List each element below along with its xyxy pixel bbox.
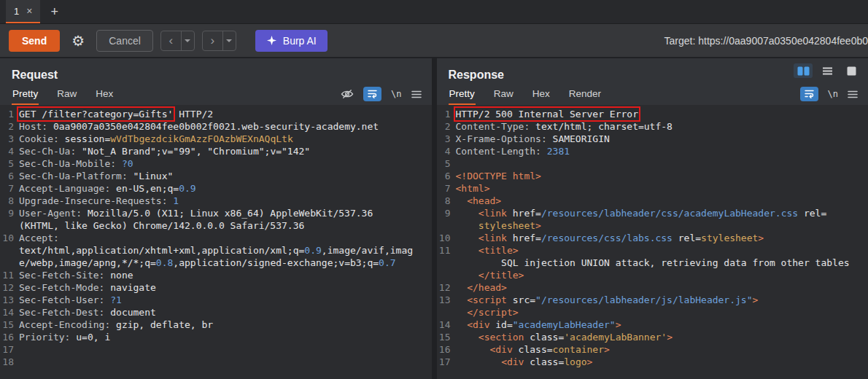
code-text: </script> bbox=[456, 306, 519, 319]
burp-ai-button[interactable]: Burp AI bbox=[255, 30, 328, 52]
code-line: 13Sec-Fetch-User: ?1 bbox=[0, 294, 432, 306]
newline-toggle-button[interactable]: \n bbox=[391, 89, 401, 99]
token: Upgrade-Insecure-Requests: bbox=[19, 195, 168, 206]
back-button[interactable]: ‹ bbox=[161, 31, 181, 50]
code-line: 11Sec-Fetch-Site: none bbox=[0, 269, 432, 281]
code-line: 13 <script src="/resources/labheader/js/… bbox=[437, 294, 868, 306]
response-tab-raw[interactable]: Raw bbox=[493, 83, 514, 105]
token: Mozilla/5.0 (X11; Linux x86_64) AppleWeb… bbox=[82, 208, 373, 219]
token: id= bbox=[489, 319, 512, 330]
request-editor-actions: \n bbox=[341, 87, 421, 105]
token: 0aa9007a0350e042804fee0b002f0021.web-sec… bbox=[47, 121, 379, 132]
request-tab-bar: PrettyRawHex \n bbox=[0, 83, 432, 105]
new-tab-button[interactable]: + bbox=[40, 0, 69, 23]
token: <link bbox=[478, 233, 507, 243]
token: X-Frame-Options: bbox=[456, 133, 547, 144]
token: src= bbox=[507, 294, 535, 305]
token: 0.9 bbox=[179, 183, 195, 194]
layout-columns-button[interactable] bbox=[794, 63, 813, 78]
line-number: 1 bbox=[0, 108, 19, 120]
token: text/html,application/xhtml+xml,applicat… bbox=[19, 245, 304, 256]
line-number bbox=[437, 219, 456, 232]
line-number: 10 bbox=[0, 232, 19, 244]
request-editor[interactable]: 1GET /filter?category=Gifts' HTTP/22Host… bbox=[0, 105, 432, 379]
code-line: 4Content-Length: 2381 bbox=[437, 145, 868, 157]
forward-history-caret[interactable] bbox=[222, 31, 236, 50]
token: SQL injection UNION attack, retrieving d… bbox=[456, 257, 850, 268]
forward-button[interactable]: › bbox=[203, 31, 222, 50]
code-line: 10Accept: bbox=[0, 232, 432, 244]
line-number bbox=[0, 219, 19, 232]
token: > bbox=[604, 344, 610, 355]
tab-close-icon[interactable]: × bbox=[26, 5, 32, 17]
burp-repeater-app: 1 × + Send ⚙ Cancel ‹ › Burp AI Target: … bbox=[0, 0, 868, 379]
response-tab-pretty[interactable]: Pretty bbox=[449, 83, 476, 105]
token: Accept-Language: bbox=[19, 183, 110, 194]
response-tab-render[interactable]: Render bbox=[568, 83, 602, 105]
token: > bbox=[535, 220, 541, 231]
line-number: 3 bbox=[437, 133, 456, 145]
code-line: 16 <div class=container> bbox=[437, 343, 868, 356]
editor-menu-icon[interactable] bbox=[411, 90, 422, 98]
request-tab-pretty[interactable]: Pretty bbox=[12, 83, 39, 105]
code-line: 2Host: 0aa9007a0350e042804fee0b002f0021.… bbox=[0, 120, 432, 133]
token: > bbox=[616, 319, 621, 330]
token: <title> bbox=[478, 245, 519, 256]
back-history-caret[interactable] bbox=[181, 31, 194, 50]
code-text: Sec-Ch-Ua-Mobile: ?0 bbox=[19, 157, 133, 170]
token: (KHTML, like Gecko) Chrome/142.0.0.0 Saf… bbox=[19, 220, 304, 231]
code-line: </title> bbox=[437, 269, 868, 281]
line-number: 17 bbox=[0, 343, 19, 356]
send-button[interactable]: Send bbox=[9, 30, 60, 52]
newline-toggle-button[interactable]: \n bbox=[828, 89, 838, 99]
token: SAMEORIGIN bbox=[547, 133, 610, 144]
token: User-Agent: bbox=[19, 208, 82, 219]
code-text: Sec-Fetch-Dest: document bbox=[19, 306, 156, 319]
word-wrap-toggle-button[interactable] bbox=[800, 87, 818, 101]
line-number: 3 bbox=[0, 133, 19, 145]
code-text: <script src="/resources/labheader/js/lab… bbox=[456, 294, 759, 306]
cancel-button[interactable]: Cancel bbox=[96, 30, 153, 52]
repeater-tab[interactable]: 1 × bbox=[6, 0, 40, 23]
forward-nav-group: › bbox=[202, 31, 236, 51]
response-tab-hex[interactable]: Hex bbox=[532, 83, 551, 105]
code-text: <div class=logo> bbox=[456, 356, 593, 368]
token: 0.9 bbox=[304, 245, 321, 256]
response-editor[interactable]: 1HTTP/2 500 Internal Server Error2Conten… bbox=[437, 105, 868, 379]
token: <script bbox=[467, 294, 507, 305]
code-text: e/webp,image/apng,*/*;q=0.8,application/… bbox=[19, 257, 396, 269]
settings-gear-icon[interactable]: ⚙ bbox=[67, 30, 89, 52]
code-line: </script> bbox=[437, 306, 868, 319]
token: > bbox=[758, 233, 764, 243]
chevron-down-icon bbox=[226, 39, 232, 42]
code-line: e/webp,image/apng,*/*;q=0.8,application/… bbox=[0, 257, 432, 269]
hide-nonprintable-eye-icon[interactable] bbox=[341, 89, 354, 99]
token: <!DOCTYPE html> bbox=[456, 171, 541, 181]
token: session= bbox=[59, 133, 110, 144]
code-text: Accept: bbox=[19, 232, 59, 244]
line-number: 2 bbox=[0, 120, 19, 133]
token bbox=[456, 208, 478, 219]
line-number bbox=[437, 269, 456, 281]
repeater-tab-label: 1 bbox=[14, 6, 19, 17]
code-text: <title> bbox=[456, 244, 519, 257]
request-tab-raw[interactable]: Raw bbox=[56, 83, 77, 105]
line-number: 17 bbox=[437, 356, 456, 368]
layout-rows-button[interactable] bbox=[818, 63, 837, 78]
code-text: <html> bbox=[456, 182, 490, 195]
token bbox=[456, 294, 468, 305]
layout-single-button[interactable] bbox=[842, 63, 861, 78]
word-wrap-toggle-button[interactable] bbox=[363, 87, 381, 101]
line-number: 6 bbox=[437, 170, 456, 182]
token: </head> bbox=[467, 282, 507, 293]
code-text: <div class=container> bbox=[456, 343, 610, 356]
code-text: </title> bbox=[456, 269, 524, 281]
token: Sec-Ch-Ua-Platform: bbox=[19, 171, 128, 181]
token: "Linux" bbox=[128, 171, 174, 181]
token: /resources/css/labs.css bbox=[541, 233, 673, 243]
code-line: 6<!DOCTYPE html> bbox=[437, 170, 868, 182]
code-text: SQL injection UNION attack, retrieving d… bbox=[456, 257, 850, 269]
request-tab-hex[interactable]: Hex bbox=[95, 83, 114, 105]
line-number: 8 bbox=[0, 195, 19, 207]
editor-menu-icon[interactable] bbox=[848, 90, 858, 98]
